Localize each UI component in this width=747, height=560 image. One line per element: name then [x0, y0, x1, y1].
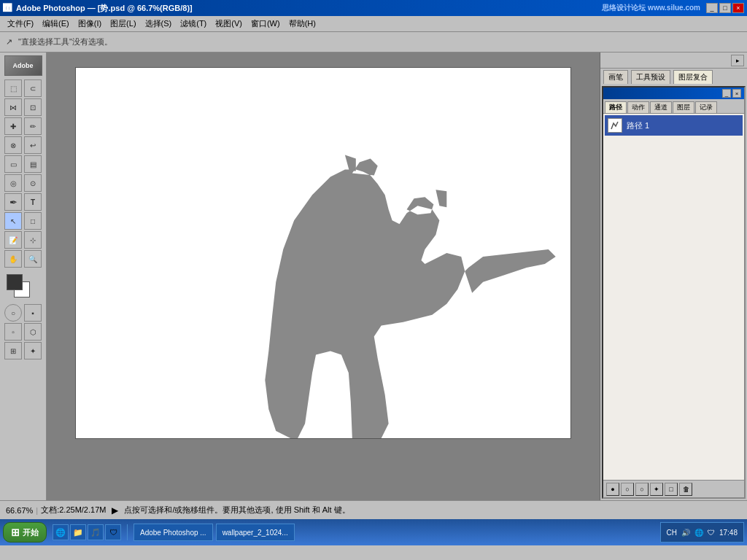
delete-path-btn[interactable]: 🗑	[679, 483, 692, 496]
menu-view[interactable]: 视图(V)	[211, 17, 247, 31]
status-bar: 66.67% | 文档:2.25M/2.17M ▶ 点按可选择和/或拖移组件。要…	[0, 500, 747, 519]
eyedropper-tool[interactable]: ⊹	[24, 231, 42, 249]
menu-file[interactable]: 文件(F)	[3, 17, 38, 31]
menu-image[interactable]: 图像(I)	[74, 17, 106, 31]
tool-row-8: ↖ □	[4, 211, 42, 230]
new-path-btn[interactable]: □	[665, 483, 678, 496]
tool-row-1: ⬚ ⊂	[4, 79, 42, 98]
tool-row-9: 📝 ⊹	[4, 230, 42, 249]
type-tool[interactable]: T	[24, 193, 42, 211]
ps-logo: Adobe	[4, 55, 42, 76]
path-select-tool[interactable]: ↖	[4, 212, 22, 230]
tab-history[interactable]: 记录	[695, 101, 717, 113]
sys-tray: CH 🔊 🌐 🛡 17:48	[660, 522, 744, 542]
right-panel-outer: ▸ 画笔 工具预设 图层复合 _ × 路径 动作 通道 图层 记录	[600, 52, 747, 500]
options-bar: ↗ "直接选择工具"没有选项。	[0, 32, 747, 52]
start-button[interactable]: ⊞ 开始	[3, 522, 47, 542]
crop-tool[interactable]: ⊡	[24, 98, 42, 116]
paths-tab-headers: 路径 动作 通道 图层 记录	[603, 99, 744, 114]
polygon-tool[interactable]: ⬡	[24, 323, 42, 341]
path-thumb-1	[608, 118, 622, 133]
window-controls: _ □ ×	[706, 3, 744, 13]
restore-button[interactable]: □	[719, 3, 731, 13]
tab-brush[interactable]: 画笔	[603, 70, 628, 84]
menu-select[interactable]: 选择(S)	[141, 17, 177, 31]
fill-path-btn[interactable]: ●	[606, 483, 619, 496]
paths-win-btns: _ ×	[722, 89, 741, 98]
tab-layer-comp[interactable]: 图层复合	[673, 70, 713, 84]
title-bar: 🅰 Adobe Photoshop — [势.psd @ 66.7%(RGB/8…	[0, 0, 747, 16]
blur-tool[interactable]: ◎	[4, 174, 22, 192]
magic-wand-tool[interactable]: ⋈	[4, 98, 22, 116]
tool-row-3: ✚ ✏	[4, 117, 42, 136]
path-entry-1[interactable]: 路径 1	[605, 115, 743, 136]
close-button[interactable]: ×	[732, 3, 744, 13]
menu-help[interactable]: 帮助(H)	[285, 17, 320, 31]
explorer-icon[interactable]: 📁	[70, 524, 86, 540]
rect-tool[interactable]: ▪	[24, 304, 42, 322]
quick-launch: 🌐 📁 🎵 🛡	[53, 524, 121, 540]
antivirus-icon[interactable]: 🛡	[105, 524, 121, 540]
main-wrapper: Adobe ⬚ ⊂ ⋈ ⊡ ✚ ✏ ⊗ ↩ ▭ ▤ ◎ ⊙ ✒ T	[0, 52, 747, 500]
marquee-tool[interactable]: ⬚	[4, 79, 22, 97]
options-text: "直接选择工具"没有选项。	[18, 36, 112, 47]
tool-row-5: ▭ ▤	[4, 155, 42, 174]
stroke-path-btn[interactable]: ○	[621, 483, 634, 496]
minimize-button[interactable]: _	[706, 3, 718, 13]
clock: 17:48	[719, 529, 738, 537]
ie-icon[interactable]: 🌐	[53, 524, 69, 540]
top-tabs-row: ▸	[600, 52, 747, 69]
path-name-1: 路径 1	[627, 120, 649, 131]
canvas-container	[75, 67, 571, 439]
heal-brush-tool[interactable]: ✚	[4, 117, 22, 135]
menu-bar: 文件(F) 编辑(E) 图像(I) 图层(L) 选择(S) 滤镜(T) 视图(V…	[0, 16, 747, 32]
clone-stamp-tool[interactable]: ⊗	[4, 136, 22, 154]
tool-row-2: ⋈ ⊡	[4, 98, 42, 117]
menu-window[interactable]: 窗口(W)	[247, 17, 285, 31]
paths-footer: ● ○ ○ ✦ □ 🗑	[603, 480, 744, 497]
panel-menu-btn[interactable]: ▸	[731, 55, 744, 66]
tab-channels[interactable]: 通道	[650, 101, 672, 113]
canvas-area	[47, 52, 600, 500]
eraser-tool[interactable]: ▭	[4, 155, 22, 173]
tab-layers[interactable]: 图层	[673, 101, 694, 113]
lasso-tool[interactable]: ⊂	[24, 79, 42, 97]
paths-minimize-btn[interactable]: _	[722, 89, 731, 98]
speaker-icon: 🔊	[681, 529, 690, 537]
move-tool-2[interactable]: ⊞	[4, 342, 22, 359]
path-tool-2[interactable]: ✦	[24, 342, 42, 359]
ellipse-tool[interactable]: ○	[4, 304, 22, 322]
rounded-rect-tool[interactable]: ▫	[4, 323, 22, 341]
tab-tool-preset[interactable]: 工具预设	[631, 70, 670, 84]
pen-tool[interactable]: ✒	[4, 193, 22, 211]
menu-filter[interactable]: 滤镜(T)	[176, 17, 211, 31]
start-label: 开始	[23, 527, 39, 538]
lang-indicator: CH	[667, 529, 677, 537]
paths-subwindow: _ × 路径 动作 通道 图层 记录 路径 1	[602, 86, 746, 499]
canvas-svg	[76, 68, 570, 438]
foreground-color[interactable]	[7, 274, 23, 290]
separator-1	[127, 524, 128, 540]
windows-logo-icon: ⊞	[11, 526, 20, 538]
media-icon[interactable]: 🎵	[88, 524, 104, 540]
menu-edit[interactable]: 编辑(E)	[38, 17, 74, 31]
tab-paths[interactable]: 路径	[605, 101, 627, 113]
tab-actions[interactable]: 动作	[627, 101, 649, 113]
taskbar-photoshop[interactable]: Adobe Photoshop ...	[133, 524, 213, 541]
taskbar: ⊞ 开始 🌐 📁 🎵 🛡 Adobe Photoshop ... wallpap…	[0, 519, 747, 545]
menu-layer[interactable]: 图层(L)	[106, 17, 140, 31]
hand-tool[interactable]: ✋	[4, 250, 22, 268]
history-brush-tool[interactable]: ↩	[24, 136, 42, 154]
dodge-tool[interactable]: ⊙	[24, 174, 42, 192]
load-path-btn[interactable]: ○	[635, 483, 649, 496]
brush-tool[interactable]: ✏	[24, 117, 42, 135]
zoom-tool[interactable]: 🔍	[24, 250, 42, 268]
gradient-tool[interactable]: ▤	[24, 155, 42, 173]
notes-tool[interactable]: 📝	[4, 231, 22, 249]
status-message: 点按可选择和/或拖移组件。要用其他选项, 使用 Shift 和 Alt 键。	[124, 505, 349, 516]
paths-close-btn[interactable]: ×	[732, 89, 741, 98]
doc-size: 文档:2.25M/2.17M	[41, 505, 106, 516]
shape-tool[interactable]: □	[24, 212, 42, 230]
add-mask-btn[interactable]: ✦	[650, 483, 663, 496]
taskbar-wallpaper[interactable]: wallpaper_2_1024...	[216, 524, 295, 541]
